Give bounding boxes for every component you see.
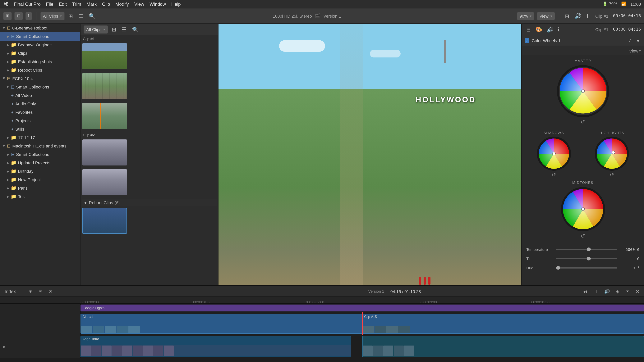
menu-window[interactable]: Window [150, 1, 166, 7]
sidebar-item-smart-collections-1[interactable]: ▶ ⊟ Smart Collections [0, 32, 80, 41]
reboot-clip-1[interactable] [82, 208, 127, 234]
color-wheels-checkbox[interactable]: ✓ [525, 38, 530, 43]
timeline-snap-btn[interactable]: ⊠ [47, 289, 54, 294]
video-track-row: Clip #1 Clip #15 [0, 312, 644, 335]
second-audio-clip[interactable] [362, 336, 644, 358]
menu-trim[interactable]: Trim [72, 1, 81, 7]
menu-clip[interactable]: Clip [102, 1, 110, 7]
timeline-solo-btn[interactable]: ◈ [614, 289, 621, 294]
shadows-wheel[interactable] [537, 136, 571, 171]
clip-thumbnail-1[interactable] [82, 43, 127, 69]
inspector-audio-btn[interactable]: 🔊 [545, 25, 555, 33]
sidebar-item-establishing-shots[interactable]: ▶ 📁 Establishing shots [0, 57, 80, 66]
timeline-play-btn[interactable]: ⏸ [592, 289, 600, 294]
sidebar-item-smart-collections-3[interactable]: ▶ ⊟ Smart Collections [0, 150, 80, 159]
search-icon[interactable]: 🔍 [87, 12, 97, 20]
color-wheels-dropdown[interactable]: ▾ [635, 36, 641, 44]
menu-view[interactable]: View [134, 1, 144, 7]
boogie-lights-bar[interactable]: Boogie Lights [80, 305, 644, 312]
speaker-icon[interactable]: 🔊 [573, 12, 583, 20]
apple-menu[interactable]: ⌘ [3, 1, 8, 7]
highlights-wheel[interactable] [595, 136, 629, 171]
info-icon[interactable]: ℹ [585, 12, 590, 20]
inspector-button[interactable]: ℹ [25, 12, 32, 20]
triangle-icon: ▶ [6, 152, 10, 156]
temperature-thumb[interactable] [587, 248, 590, 251]
library-button[interactable]: ⊞ [3, 12, 12, 20]
menu-help[interactable]: Help [171, 1, 181, 7]
zoom-button[interactable]: 90% ▾ [517, 12, 534, 20]
midtones-wheel[interactable] [560, 186, 606, 232]
reboot-clips-section[interactable]: ▼ Reboot Clips (6) [82, 199, 216, 206]
browser-layout-btn[interactable]: ⊞ [110, 25, 118, 33]
clip-thumbnail-4[interactable] [82, 139, 127, 165]
inspector-color-btn[interactable]: 🎨 [534, 25, 544, 33]
angel-intro-clip[interactable]: Angel Intro [80, 336, 351, 358]
sidebar-item-all-video[interactable]: ✦ All Video [0, 91, 80, 100]
play-btn[interactable]: ⏮ [581, 289, 589, 294]
layout-icon[interactable]: ⊟ [563, 12, 571, 20]
timeline-grid-btn[interactable]: ⊟ [37, 289, 44, 294]
highlights-reset-btn[interactable]: ↺ [610, 172, 614, 178]
sidebar-item-clips[interactable]: ▶ 📁 Clips [0, 49, 80, 57]
triangle-icon: ▶ [2, 26, 6, 30]
menu-finalcutpro[interactable]: Final Cut Pro [14, 1, 41, 7]
grid-icon[interactable]: ☰ [77, 12, 85, 20]
sidebar-item-birthday[interactable]: ▶ 📁 Birthday [0, 167, 80, 175]
tint-value: 0 [620, 257, 640, 261]
sidebar-item-beehave-originals[interactable]: ▶ 📁 Beehave Originals [0, 41, 80, 49]
sidebar-item-macintosh[interactable]: ▶ ⊞ Macintosh H...cts and events [0, 142, 80, 150]
filter-icon[interactable]: ⊞ [67, 12, 74, 20]
hue-track[interactable] [556, 267, 617, 268]
timeline-mode-btn[interactable]: ⊡ [624, 289, 631, 294]
battery-status: 🔋 79% [602, 1, 617, 6]
sidebar-item-test[interactable]: ▶ 📁 Test [0, 192, 80, 201]
browser-search-btn[interactable]: 🔍 [130, 25, 140, 33]
midtones-reset-btn[interactable]: ↺ [580, 233, 585, 239]
menu-mark[interactable]: Mark [86, 1, 96, 7]
color-wheels-expand[interactable]: ⤢ [627, 37, 633, 43]
sidebar-item-0beehave[interactable]: ▶ ⊞ 0-Beehave Reboot [0, 24, 80, 32]
sidebar-item-smart-collections-2[interactable]: ▶ ⊟ Smart Collections [0, 83, 80, 91]
inspector-info-btn[interactable]: ℹ [556, 25, 561, 33]
hue-thumb[interactable] [556, 266, 560, 270]
smart-folder-icon: ⊟ [11, 152, 14, 157]
all-clips-dropdown[interactable]: All Clips ▾ [84, 25, 108, 33]
timeline-header: Index ⊞ ⊟ ⊠ Version 1 04:16 / 01:10:23 ⏮… [0, 286, 644, 297]
tc-2: 00:00:02:00 [306, 300, 324, 304]
sidebar-item-audio-only[interactable]: ✦ Audio Only [0, 100, 80, 108]
sidebar-item-fcpx[interactable]: ▶ ⊞ FCPX 10.4 [0, 74, 80, 83]
sidebar-item-17-12-17[interactable]: ▶ 📁 17-12-17 [0, 133, 80, 142]
clip1-label: Clip #1 [82, 37, 216, 41]
timeline-audio-btn[interactable]: 🔊 [602, 289, 612, 294]
all-clips-button[interactable]: All Clips ▾ [40, 12, 64, 20]
menu-file[interactable]: File [46, 1, 54, 7]
master-reset-btn[interactable]: ↺ [580, 119, 585, 125]
view-button[interactable]: View ▾ [537, 12, 555, 20]
master-wheel[interactable] [556, 64, 610, 118]
browser-grid-btn[interactable]: ☰ [120, 25, 128, 33]
sidebar-item-new-project[interactable]: ▶ 📁 New Project [0, 175, 80, 184]
browser-button[interactable]: ⊟ [14, 12, 23, 20]
inspector-layout-btn[interactable]: ⊟ [525, 25, 532, 33]
timeline-layout-btn[interactable]: ⊞ [27, 289, 34, 294]
sidebar-item-paris[interactable]: ▶ 📁 Paris [0, 184, 80, 192]
tint-thumb[interactable] [587, 257, 590, 261]
clip-thumbnail-3[interactable] [82, 103, 127, 129]
shadows-reset-btn[interactable]: ↺ [552, 172, 556, 178]
clip-thumbnail-5[interactable] [82, 169, 127, 195]
temperature-track[interactable] [556, 249, 617, 250]
clip15-block[interactable]: Clip #15 [362, 314, 644, 334]
tint-track[interactable] [556, 258, 617, 259]
timeline-close-btn[interactable]: ✕ [634, 289, 641, 294]
clip-thumbnail-2[interactable] [82, 73, 127, 99]
index-btn[interactable]: Index [3, 289, 18, 294]
sidebar-item-updated-projects[interactable]: ▶ 📁 Updated Projects [0, 159, 80, 167]
sidebar-item-reboot-clips[interactable]: ▶ 📁 Reboot Clips [0, 66, 80, 74]
sidebar-item-stills[interactable]: ✦ Stills [0, 125, 80, 133]
menu-edit[interactable]: Edit [59, 1, 67, 7]
sidebar-item-favorites[interactable]: ✦ Favorites [0, 108, 80, 116]
sidebar-item-projects[interactable]: ✦ Projects [0, 116, 80, 125]
menu-modify[interactable]: Modify [116, 1, 129, 7]
clip1-block[interactable]: Clip #1 [80, 314, 362, 334]
